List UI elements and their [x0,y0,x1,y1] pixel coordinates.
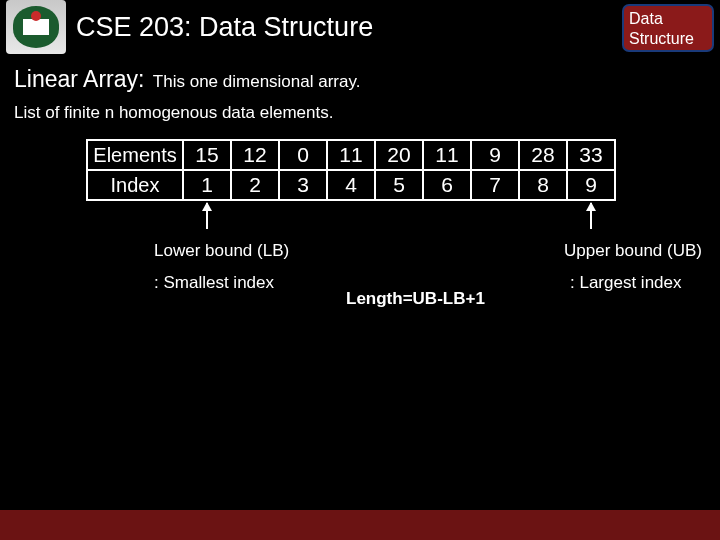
element-cell: 15 [183,140,231,170]
subject-badge: Data Structure [622,4,714,52]
index-cell: 3 [279,170,327,200]
index-cell: 9 [567,170,615,200]
footer-bar [0,510,720,540]
index-cell: 7 [471,170,519,200]
element-cell: 33 [567,140,615,170]
lower-bound-label: Lower bound (LB) [154,241,289,261]
bounds-desc-row: : Smallest index : Largest index Length=… [14,273,706,297]
index-cell: 6 [423,170,471,200]
element-cell: 28 [519,140,567,170]
arrow-up-icon [590,203,592,229]
array-table-wrap: Elements 15 12 0 11 20 11 9 28 33 Index … [86,139,706,241]
row-label-elements: Elements [87,140,183,170]
lower-bound-desc: : Smallest index [154,273,274,293]
element-cell: 9 [471,140,519,170]
element-cell: 20 [375,140,423,170]
university-logo [6,0,66,54]
index-cell: 4 [327,170,375,200]
topic-description: This one dimensional array. [153,72,361,91]
index-cell: 2 [231,170,279,200]
bounds-labels-row: Lower bound (LB) Upper bound (UB) [14,241,706,265]
content-section: Linear Array: This one dimensional array… [0,54,720,297]
topic-label: Linear Array: [14,66,144,92]
badge-line2: Structure [629,29,707,49]
table-row: Elements 15 12 0 11 20 11 9 28 33 [87,140,615,170]
arrows-row [86,203,706,241]
index-cell: 5 [375,170,423,200]
array-table: Elements 15 12 0 11 20 11 9 28 33 Index … [86,139,616,201]
element-cell: 11 [423,140,471,170]
upper-bound-desc: : Largest index [570,273,682,293]
element-cell: 0 [279,140,327,170]
index-cell: 1 [183,170,231,200]
element-cell: 11 [327,140,375,170]
slide-header: CSE 203: Data Structure Data Structure [0,0,720,54]
topic-subdescription: List of finite n homogenous data element… [14,103,706,123]
row-label-index: Index [87,170,183,200]
length-formula: Length=UB-LB+1 [346,289,485,309]
badge-line1: Data [629,9,707,29]
upper-bound-label: Upper bound (UB) [564,241,702,261]
element-cell: 12 [231,140,279,170]
topic-row: Linear Array: This one dimensional array… [14,66,706,93]
arrow-up-icon [206,203,208,229]
table-row: Index 1 2 3 4 5 6 7 8 9 [87,170,615,200]
index-cell: 8 [519,170,567,200]
